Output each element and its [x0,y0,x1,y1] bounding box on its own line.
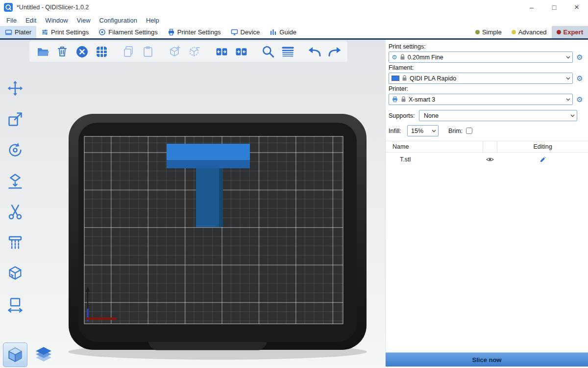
object-editing-cell[interactable] [497,153,588,166]
supports-row: Supports: None [389,110,577,121]
filament-label: Filament: [389,64,584,71]
3d-view-button[interactable] [3,342,27,367]
tab-label: Print Settings [51,28,89,36]
object-editing-icon [539,156,546,163]
delete-all-icon [75,45,89,58]
filament-combo[interactable]: QIDI PLA Rapido [389,73,573,84]
toggle-visibility-cell[interactable] [483,153,497,166]
tab-plater[interactable]: Plater [0,26,36,38]
cut-icon [7,204,24,220]
supports-value: None [422,112,566,119]
object-list-header: Name Editing [386,141,588,153]
supports-combo[interactable]: None [419,110,577,121]
eye-icon [486,157,494,162]
guide-tab-icon [270,28,277,36]
print-settings-label: Print settings: [389,43,584,50]
preview-layers-button[interactable] [31,342,56,367]
chevron-down-icon[interactable] [568,110,577,121]
column-editing: Editing [497,141,588,152]
window-title: *Untitled - QIDISlicer-1.0.2 [17,4,89,11]
print-settings-combo[interactable]: ⚙ 0.20mm Fine [389,52,573,63]
undo-button[interactable] [306,43,323,60]
gear-icon: ⚙ [392,54,397,60]
rotate-tool-button[interactable] [4,139,26,161]
tab-guide[interactable]: Guide [265,26,301,38]
printer-value: X-smart 3 [409,96,562,103]
maximize-button[interactable]: □ [543,0,565,15]
tab-label: Guide [279,28,296,36]
menu-view[interactable]: View [73,16,95,25]
3d-scene [0,40,385,368]
seam-tool-button[interactable] [4,263,26,285]
menu-file[interactable]: File [2,16,21,25]
close-button[interactable]: × [565,0,588,15]
paste-button[interactable] [140,43,156,60]
infill-combo[interactable]: 15% [407,125,439,136]
place-on-face-tool-button[interactable] [4,170,26,192]
print-settings-gear-button[interactable]: ⚙ [575,53,584,62]
menu-window[interactable]: Window [41,16,72,25]
printer-combo[interactable]: X-smart 3 [389,94,573,105]
menu-edit[interactable]: Edit [21,16,41,25]
slice-now-button[interactable]: Slice now [386,352,588,367]
add-instance-button[interactable] [167,43,183,60]
scale-tool-button[interactable] [4,108,26,131]
brim-checkbox[interactable] [466,128,472,134]
lock-icon [400,54,405,60]
tab-label: Printer Settings [177,28,221,36]
menu-configuration[interactable]: Configuration [95,16,142,25]
window-controls: – □ × [520,0,588,15]
advanced-mode-dot-icon [512,30,516,34]
3d-view-icon [7,346,24,363]
tab-device[interactable]: Device [226,26,265,38]
mode-expert[interactable]: Expert [552,26,588,38]
redo-button[interactable] [326,43,343,60]
remove-instance-button[interactable] [186,43,203,60]
brim-label: Brim: [448,128,463,134]
split-objects-button[interactable] [213,43,230,60]
arrange-button[interactable] [93,43,110,60]
gizmo-toolbar [4,77,26,316]
print-settings-row: ⚙ 0.20mm Fine ⚙ [389,52,584,63]
search-button[interactable] [260,43,276,60]
chevron-down-icon[interactable] [564,94,572,105]
cut-tool-button[interactable] [4,201,26,223]
tab-label: Device [241,28,260,36]
lock-icon [402,75,407,81]
place-on-face-icon [7,173,24,189]
infill-label: Infill: [389,128,407,134]
redo-icon [327,45,342,59]
paint-support-tool-button[interactable] [4,232,26,254]
chevron-down-icon[interactable] [564,52,572,62]
delete-all-button[interactable] [74,43,90,60]
open-project-button[interactable] [34,43,51,60]
variable-layer-height-icon [281,45,294,58]
tab-filament-settings[interactable]: Filament Settings [94,26,162,38]
object-name[interactable]: T.stl [386,156,483,163]
undo-icon [308,45,322,59]
variable-layer-height-button[interactable] [279,43,296,60]
infill-value: 15% [410,128,427,134]
filament-gear-button[interactable]: ⚙ [575,74,584,83]
3d-viewport[interactable] [0,40,385,368]
chevron-down-icon[interactable] [564,73,572,83]
copy-button[interactable] [120,43,137,60]
minimize-button[interactable]: – [520,0,543,15]
object-row[interactable]: T.stl [386,153,588,166]
filament-row: QIDI PLA Rapido ⚙ [389,73,584,84]
tab-label: Plater [15,28,31,36]
menu-help[interactable]: Help [142,16,164,25]
measure-tool-button[interactable] [4,293,26,316]
delete-button[interactable] [54,43,71,60]
printer-gear-button[interactable]: ⚙ [575,95,584,105]
tab-print-settings[interactable]: Print Settings [36,26,94,38]
tab-printer-settings[interactable]: Printer Settings [163,26,226,38]
mode-simple[interactable]: Simple [470,26,507,38]
split-parts-button[interactable] [233,43,249,60]
mode-advanced[interactable]: Advanced [507,26,552,38]
move-tool-button[interactable] [4,77,26,100]
move-icon [7,80,24,97]
settings-sidebar: Print settings: ⚙ 0.20mm Fine ⚙ Filament… [385,40,588,368]
chevron-down-icon[interactable] [430,126,438,136]
column-name: Name [386,143,483,150]
